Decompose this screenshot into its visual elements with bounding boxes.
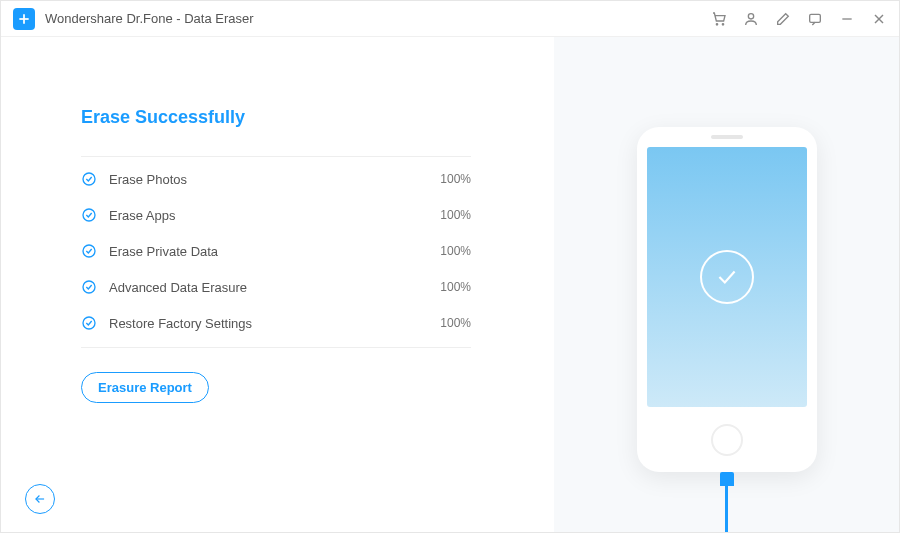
check-circle-icon [81, 207, 97, 223]
item-pct: 100% [440, 316, 471, 330]
success-check-icon [700, 250, 754, 304]
list-item: Restore Factory Settings 100% [81, 305, 471, 341]
svg-point-9 [83, 173, 95, 185]
titlebar: Wondershare Dr.Fone - Data Eraser [1, 1, 899, 37]
check-circle-icon [81, 171, 97, 187]
svg-point-3 [722, 23, 723, 24]
check-circle-icon [81, 279, 97, 295]
phone-illustration [637, 127, 817, 472]
divider [81, 347, 471, 348]
phone-screen [647, 147, 807, 407]
item-pct: 100% [440, 172, 471, 186]
left-panel: Erase Successfully Erase Photos 100% Era… [1, 37, 554, 532]
cable-line [725, 486, 728, 532]
svg-rect-5 [810, 14, 821, 22]
item-label: Advanced Data Erasure [109, 280, 440, 295]
minimize-icon[interactable] [839, 11, 855, 27]
titlebar-actions [711, 11, 887, 27]
home-button-icon [711, 424, 743, 456]
app-title: Wondershare Dr.Fone - Data Eraser [45, 11, 711, 26]
item-label: Restore Factory Settings [109, 316, 440, 331]
item-pct: 100% [440, 208, 471, 222]
back-button[interactable] [25, 484, 55, 514]
app-logo-icon [13, 8, 35, 30]
svg-point-11 [83, 245, 95, 257]
list-item: Erase Apps 100% [81, 197, 471, 233]
phone-home-area [711, 407, 743, 472]
item-label: Erase Private Data [109, 244, 440, 259]
close-icon[interactable] [871, 11, 887, 27]
svg-point-4 [748, 13, 753, 18]
check-circle-icon [81, 315, 97, 331]
page-heading: Erase Successfully [81, 107, 544, 128]
list-item: Advanced Data Erasure 100% [81, 269, 471, 305]
svg-point-12 [83, 281, 95, 293]
feedback-icon[interactable] [807, 11, 823, 27]
phone-speaker [711, 135, 743, 139]
check-circle-icon [81, 243, 97, 259]
cable-plug [720, 472, 734, 486]
cable-illustration [720, 472, 734, 532]
app-window: Wondershare Dr.Fone - Data Eraser [0, 0, 900, 533]
item-pct: 100% [440, 280, 471, 294]
progress-list: Erase Photos 100% Erase Apps 100% Erase … [81, 161, 471, 341]
right-panel [554, 37, 899, 532]
svg-point-10 [83, 209, 95, 221]
user-icon[interactable] [743, 11, 759, 27]
cart-icon[interactable] [711, 11, 727, 27]
content-area: Erase Successfully Erase Photos 100% Era… [1, 37, 899, 532]
item-pct: 100% [440, 244, 471, 258]
list-item: Erase Private Data 100% [81, 233, 471, 269]
arrow-left-icon [33, 492, 47, 506]
erasure-report-button[interactable]: Erasure Report [81, 372, 209, 403]
svg-point-13 [83, 317, 95, 329]
edit-icon[interactable] [775, 11, 791, 27]
phone-top [711, 127, 743, 147]
divider [81, 156, 471, 157]
item-label: Erase Apps [109, 208, 440, 223]
item-label: Erase Photos [109, 172, 440, 187]
list-item: Erase Photos 100% [81, 161, 471, 197]
svg-point-2 [716, 23, 717, 24]
